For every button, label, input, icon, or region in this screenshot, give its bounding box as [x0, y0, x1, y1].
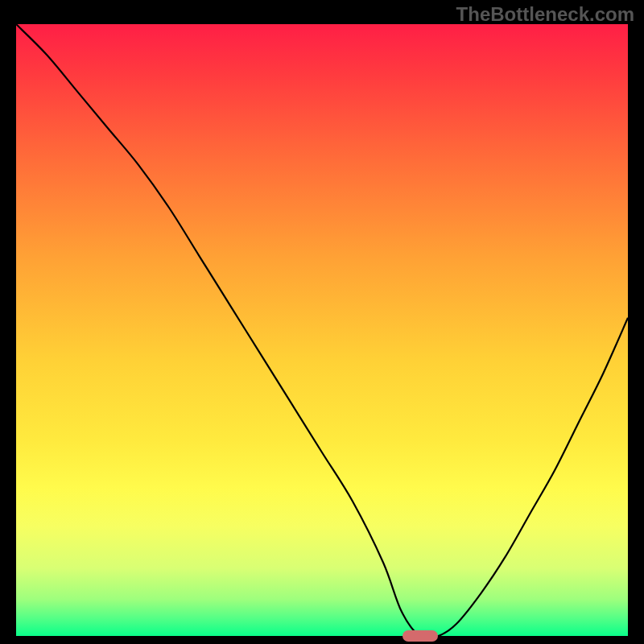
- bottleneck-curve: [16, 24, 628, 636]
- chart-root: TheBottleneck.com: [0, 0, 644, 644]
- optimal-marker: [402, 630, 438, 642]
- watermark-text: TheBottleneck.com: [456, 3, 634, 26]
